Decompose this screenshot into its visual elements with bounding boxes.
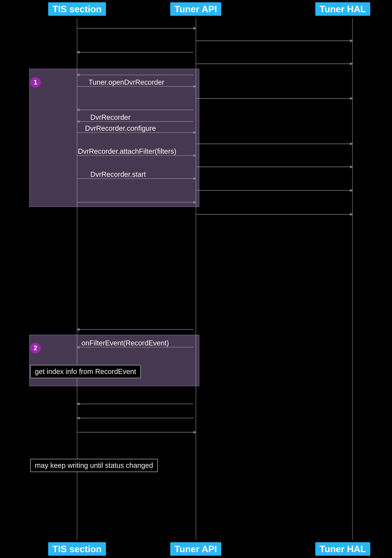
svg-text:DvrRecorder.attachFilter(filte: DvrRecorder.attachFilter(filters) [78,147,176,155]
svg-marker-31 [193,177,197,180]
svg-marker-45 [76,402,79,405]
svg-text:DvrRecorder.configure: DvrRecorder.configure [85,124,156,132]
svg-marker-36 [193,201,197,204]
svg-marker-11 [193,85,197,88]
svg-text:onFilterEvent(RecordEvent): onFilterEvent(RecordEvent) [81,339,169,347]
svg-marker-16 [76,108,79,111]
svg-marker-49 [193,431,197,434]
svg-marker-38 [350,213,353,216]
svg-marker-5 [76,51,79,54]
svg-text:Tuner.openDvrRecorder: Tuner.openDvrRecorder [88,78,164,86]
svg-marker-18 [76,120,79,123]
svg-marker-14 [350,97,353,100]
svg-marker-3 [350,39,353,42]
svg-marker-42 [76,346,79,349]
svg-marker-47 [76,417,79,419]
svg-marker-24 [350,142,353,145]
svg-marker-7 [350,62,353,65]
svg-marker-9 [76,73,79,76]
svg-marker-40 [76,328,79,331]
svg-marker-21 [193,131,197,134]
svg-marker-29 [350,166,353,168]
sequence-diagram-svg: Tuner.openDvrRecorder DvrRecorder DvrRec… [0,0,392,558]
svg-text:DvrRecorder.start: DvrRecorder.start [90,170,146,178]
svg-marker-26 [193,154,197,157]
svg-text:DvrRecorder: DvrRecorder [90,113,131,121]
svg-marker-1 [193,27,197,30]
svg-marker-34 [350,189,353,192]
